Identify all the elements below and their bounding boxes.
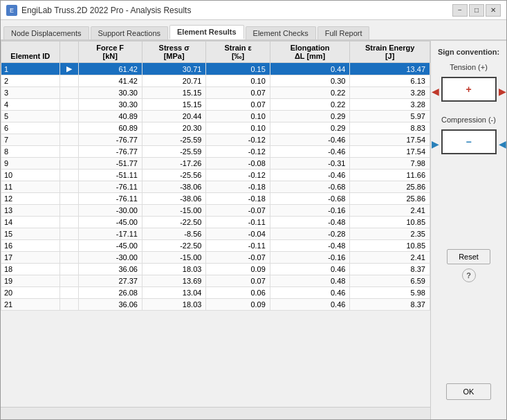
table-row[interactable]: 430.3015.150.070.223.28 (1, 99, 430, 111)
table-row[interactable]: 1836.0618.030.090.468.37 (1, 264, 430, 275)
sign-convention-title: Sign convention: (438, 48, 499, 56)
sidebar: Sign convention: Tension (+) ◀ + ▶ Compr… (430, 41, 506, 419)
maximize-button[interactable]: □ (469, 4, 484, 17)
col-arrow (59, 42, 78, 63)
tab-element-results[interactable]: Element Results (169, 25, 244, 39)
col-energy: Strain Energy[J] (350, 42, 430, 63)
tab-full-report[interactable]: Full Report (317, 26, 370, 39)
table-row[interactable]: 15-17.11-8.56-0.04-0.282.35 (1, 228, 430, 240)
table-row[interactable]: 241.4220.710.100.306.13 (1, 75, 430, 87)
table-row[interactable]: 16-45.00-22.50-0.11-0.4810.85 (1, 240, 430, 252)
col-elongation: ElongationΔL [mm] (270, 42, 350, 63)
reset-button[interactable]: Reset (447, 249, 490, 264)
compression-arrow-right: ◀ (499, 138, 506, 149)
tension-label: Tension (+) (450, 63, 488, 71)
app-icon: E (6, 5, 17, 16)
tab-support-reactions[interactable]: Support Reactions (91, 26, 169, 39)
table-row[interactable]: 12-76.11-38.06-0.18-0.6825.86 (1, 193, 430, 205)
tension-box: + (441, 77, 497, 102)
tension-arrow-right: ▶ (499, 86, 506, 97)
window-title: EngiLab Truss.2D 2022 Pro - Analysis Res… (21, 6, 191, 15)
table-row[interactable]: 1927.3713.690.070.486.59 (1, 275, 430, 287)
minimize-button[interactable]: − (452, 4, 468, 17)
tab-element-checks[interactable]: Element Checks (246, 26, 316, 39)
table-row[interactable]: 11-76.11-38.06-0.18-0.6825.86 (1, 181, 430, 193)
table-row[interactable]: 9-51.77-17.26-0.08-0.317.98 (1, 158, 430, 170)
table-row[interactable]: 2026.0813.040.060.465.98 (1, 287, 430, 299)
main-window: E EngiLab Truss.2D 2022 Pro - Analysis R… (0, 0, 507, 420)
title-bar-left: E EngiLab Truss.2D 2022 Pro - Analysis R… (6, 5, 191, 16)
close-button[interactable]: ✕ (486, 4, 501, 17)
table-row[interactable]: 2136.0618.030.090.468.37 (1, 299, 430, 311)
compression-label: Compression (-) (441, 116, 496, 124)
col-force: Force F[kN] (78, 42, 142, 63)
title-bar: E EngiLab Truss.2D 2022 Pro - Analysis R… (1, 1, 506, 20)
tension-section: Tension (+) ◀ + ▶ (432, 63, 506, 109)
table-row[interactable]: 14-45.00-22.50-0.11-0.4810.85 (1, 217, 430, 228)
tension-symbol: + (465, 84, 471, 95)
compression-box: − (441, 129, 497, 154)
col-stress: Stress σ[MPa] (142, 42, 205, 63)
table-row[interactable]: 660.8920.300.100.298.83 (1, 122, 430, 134)
table-wrapper[interactable]: Element ID Force F[kN] Stress σ[MPa] Str… (1, 41, 430, 407)
table-row[interactable]: 17-30.00-15.00-0.07-0.162.41 (1, 252, 430, 264)
table-row[interactable]: 540.8920.440.100.295.97 (1, 111, 430, 122)
table-area: Element ID Force F[kN] Stress σ[MPa] Str… (1, 41, 430, 419)
help-button[interactable]: ? (462, 268, 476, 282)
table-row[interactable]: 13-30.00-15.00-0.07-0.162.41 (1, 205, 430, 217)
compression-symbol: − (465, 136, 471, 147)
table-header-row: Element ID Force F[kN] Stress σ[MPa] Str… (1, 42, 430, 63)
compression-arrow-left: ▶ (432, 138, 439, 149)
results-table: Element ID Force F[kN] Stress σ[MPa] Str… (1, 41, 430, 311)
table-row[interactable]: 1▶61.4230.710.150.4413.47 (1, 63, 430, 75)
table-row[interactable]: 330.3015.150.070.223.28 (1, 87, 430, 99)
tab-node-displacements[interactable]: Node Displacements (3, 26, 89, 39)
window-controls: − □ ✕ (452, 4, 501, 17)
col-element-id: Element ID (1, 42, 60, 63)
sidebar-bottom: Reset ? OK (446, 249, 492, 412)
table-row[interactable]: 8-76.77-25.59-0.12-0.4617.54 (1, 146, 430, 158)
table-row[interactable]: 10-51.11-25.56-0.12-0.4611.66 (1, 170, 430, 181)
status-bar (1, 407, 430, 419)
table-row[interactable]: 7-76.77-25.59-0.12-0.4617.54 (1, 134, 430, 146)
col-strain: Strain ε[‰] (206, 42, 270, 63)
content-area: Element ID Force F[kN] Stress σ[MPa] Str… (1, 41, 506, 419)
compression-section: Compression (-) ▶ − ◀ (432, 116, 506, 161)
tab-bar: Node Displacements Support Reactions Ele… (1, 20, 506, 41)
tension-arrow-left: ◀ (432, 86, 439, 97)
ok-button[interactable]: OK (446, 383, 492, 400)
